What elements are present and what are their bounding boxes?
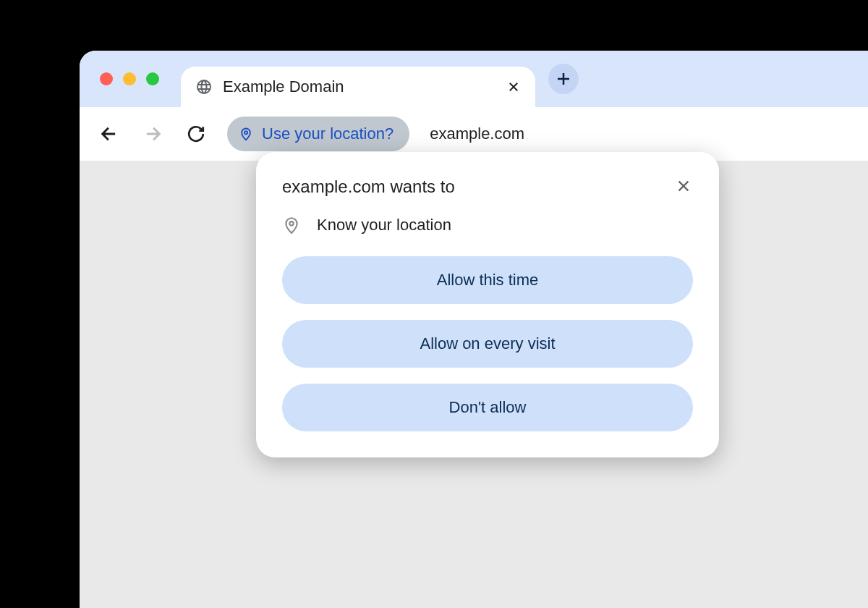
allow-always-button[interactable]: Allow on every visit (282, 320, 693, 368)
new-tab-button[interactable] (548, 64, 579, 94)
close-tab-button[interactable] (506, 80, 521, 94)
location-permission-chip[interactable]: Use your location? (227, 117, 409, 151)
svg-point-0 (244, 131, 247, 134)
browser-window: Example Domain Use your location? (80, 51, 868, 608)
close-window-button[interactable] (100, 72, 113, 85)
reload-button[interactable] (184, 122, 208, 146)
url-display: example.com (430, 124, 524, 143)
globe-icon (195, 78, 213, 96)
dialog-buttons: Allow this time Allow on every visit Don… (282, 256, 693, 431)
maximize-window-button[interactable] (146, 72, 159, 85)
address-bar[interactable]: Use your location? example.com (227, 117, 868, 151)
close-dialog-button[interactable] (674, 177, 693, 195)
allow-once-button[interactable]: Allow this time (282, 256, 693, 304)
back-button[interactable] (97, 122, 122, 146)
dialog-request-text: Know your location (317, 216, 451, 235)
dialog-title: example.com wants to (282, 177, 455, 197)
location-pin-icon (239, 127, 253, 141)
tab-title: Example Domain (223, 77, 496, 96)
tab-strip: Example Domain (80, 51, 868, 107)
window-controls (100, 72, 159, 85)
forward-button[interactable] (140, 122, 165, 146)
permission-chip-label: Use your location? (262, 124, 393, 143)
svg-point-1 (289, 221, 293, 225)
minimize-window-button[interactable] (123, 72, 136, 85)
page-content: example.com wants to Know your location … (80, 161, 868, 608)
permission-dialog: example.com wants to Know your location … (256, 152, 719, 457)
deny-button[interactable]: Don't allow (282, 384, 693, 431)
browser-tab[interactable]: Example Domain (181, 67, 535, 107)
dialog-request-row: Know your location (282, 216, 693, 235)
dialog-header: example.com wants to (282, 177, 693, 197)
location-pin-icon (282, 216, 301, 235)
